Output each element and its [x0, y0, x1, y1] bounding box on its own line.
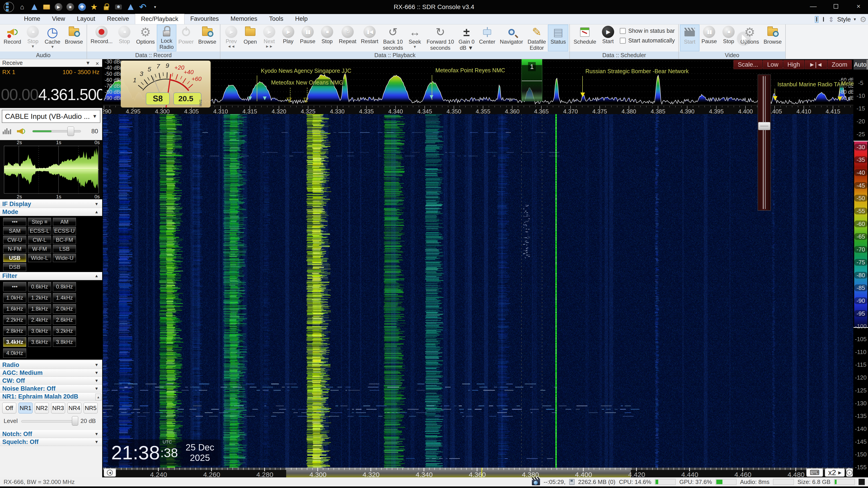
tab-receive[interactable]: Receive: [101, 14, 135, 24]
checkbox-start-automatically[interactable]: Start automatically: [620, 37, 675, 44]
tab-memories[interactable]: Memories: [225, 14, 264, 24]
ribbon-button-pause[interactable]: ▮▮Pause: [699, 25, 719, 51]
section-header-agc[interactable]: AGC: Medium▼: [0, 369, 102, 377]
volume-slider-handle[interactable]: [67, 127, 74, 136]
window-layout-icon[interactable]: [4, 2, 14, 12]
panel-menu-icon[interactable]: ▼: [86, 60, 90, 66]
ribbon-button-center[interactable]: Center: [477, 25, 498, 51]
level-slider-track[interactable]: [21, 420, 77, 422]
folder-icon[interactable]: [42, 3, 51, 11]
ribbon-button-lock-radio[interactable]: Lock Radio: [157, 25, 176, 51]
waterfall-contrast-slider[interactable]: [758, 74, 771, 210]
mode-button-ecss-u[interactable]: ECSS-U: [53, 227, 76, 235]
section-header-nr1[interactable]: NR1: Ephraim Malah 20dB▲: [0, 393, 102, 400]
maximize-button[interactable]: [831, 2, 841, 11]
zoom-factor-button[interactable]: x2▶: [825, 468, 845, 477]
ribbon-button-repeat[interactable]: ↻Repeat: [337, 25, 359, 51]
scale-upper-limit-line[interactable]: [854, 141, 868, 141]
nr-button-nr4[interactable]: NR4: [67, 402, 81, 414]
section-header-filter[interactable]: Filter▲: [0, 272, 102, 280]
spectrum-button-scale[interactable]: Scale...: [734, 60, 763, 69]
ribbon-button-stop[interactable]: ■Stop: [719, 25, 738, 51]
ribbon-button-power[interactable]: Power: [176, 25, 196, 51]
minimize-button[interactable]: —: [808, 2, 818, 11]
tab-view[interactable]: View: [46, 14, 71, 24]
ribbon-button-status[interactable]: ▤Status: [548, 25, 568, 51]
mode-button-dsb[interactable]: DSB: [3, 263, 26, 271]
mode-button-bc-fm[interactable]: BC-FM: [53, 236, 76, 244]
undo-icon[interactable]: ↶: [139, 3, 147, 11]
filter-button-0-8khz[interactable]: 0.8kHz: [53, 282, 76, 291]
ribbon-button-gain-0-db[interactable]: ±Gain 0 dB ▼: [456, 25, 477, 51]
section-header-radio[interactable]: Radio▼: [0, 361, 102, 369]
monitor-2-icon[interactable]: [822, 16, 825, 23]
section-collapse-icon[interactable]: ▲: [94, 210, 98, 215]
tab-favourites[interactable]: Favourites: [184, 14, 225, 24]
mode-button-wide-u[interactable]: Wide-U: [53, 254, 76, 262]
ribbon-button-schedule[interactable]: Schedule: [571, 25, 598, 51]
ribbon-button-browse[interactable]: Browse: [196, 25, 219, 51]
station-label-meteofax-new-orleans-nmg[interactable]: Meteofax New Orleans NMG: [270, 79, 345, 86]
mode-button-n-fm[interactable]: N-FM: [3, 245, 26, 253]
section-collapse-icon[interactable]: ▼: [94, 370, 98, 375]
mode-button-wide-l[interactable]: Wide-L: [28, 254, 51, 262]
ribbon-button-record[interactable]: Record: [1, 25, 23, 51]
ribbon-button-prev[interactable]: ▶Prev◄◄: [222, 25, 241, 51]
snapshot-icon[interactable]: [114, 3, 123, 11]
mode-button-lsb[interactable]: LSB: [53, 245, 76, 253]
nr-button-off[interactable]: Off: [2, 402, 16, 414]
filter-button-1-6khz[interactable]: 1.6kHz: [3, 304, 26, 314]
filter-button-3-0khz[interactable]: 3.0kHz: [28, 326, 51, 336]
speaker-icon[interactable]: [17, 128, 25, 134]
nr-button-nr1[interactable]: NR1: [19, 402, 33, 414]
section-header-cw[interactable]: CW: Off▼: [0, 377, 102, 385]
auto-scale-button[interactable]: Auto: [854, 60, 868, 70]
filter-button-2-2khz[interactable]: 2.2kHz: [3, 315, 26, 325]
mode-button-ecss-l[interactable]: ECSS-L: [28, 227, 51, 235]
filter-button-1-0khz[interactable]: 1.0kHz: [3, 293, 26, 302]
section-header-notch[interactable]: Notch: Off▼: [0, 430, 102, 438]
frequency-display[interactable]: RX 1 100 - 3500 Hz 00.004.361.500: [0, 67, 102, 108]
ribbon-button-browse[interactable]: Browse: [761, 25, 784, 51]
mode-button-cw-u[interactable]: CW-U: [3, 236, 26, 244]
users-icon[interactable]: [30, 3, 38, 11]
user-icon[interactable]: [127, 3, 135, 11]
stop-icon[interactable]: ■: [66, 3, 74, 11]
station-label-meteofax-point-reyes-nmc[interactable]: Meteofax Point Reyes NMC: [434, 67, 506, 74]
filter-button-2-6khz[interactable]: 2.6kHz: [53, 315, 76, 325]
monitor-1-icon[interactable]: [815, 16, 818, 23]
section-header-if-display[interactable]: IF Display▼: [0, 200, 102, 208]
audio-output-select[interactable]: CABLE Input (VB-Audio ... ▼: [2, 110, 100, 123]
tab-help[interactable]: Help: [289, 14, 313, 24]
ribbon-button-stop[interactable]: ■Stop: [318, 25, 337, 51]
ribbon-button-browse[interactable]: Browse: [63, 25, 85, 51]
level-slider-handle[interactable]: [72, 416, 78, 426]
panel-close-icon[interactable]: ×: [96, 60, 99, 67]
ribbon-button-back-10-seconds[interactable]: ↺Back 10 seconds: [381, 25, 405, 51]
filter-button-3-6khz[interactable]: 3.6kHz: [28, 337, 51, 347]
add-icon[interactable]: ✚: [78, 3, 86, 11]
waterfall-display[interactable]: [103, 114, 853, 468]
filter-button-2-0khz[interactable]: 2.0kHz: [53, 304, 76, 314]
section-collapse-icon[interactable]: ▼: [94, 386, 98, 391]
mode-button-sam[interactable]: SAM: [3, 227, 26, 235]
filter-button-1-4khz[interactable]: 1.4kHz: [53, 293, 76, 302]
section-collapse-icon[interactable]: ▼: [94, 379, 98, 383]
section-collapse-icon[interactable]: ▼: [94, 202, 98, 206]
home-icon[interactable]: ⌂: [18, 3, 26, 11]
spectrum-button-[interactable]: ►|◄: [805, 60, 827, 69]
ribbon-button-stop[interactable]: ■Stop▼: [23, 25, 42, 51]
ribbon-button-options[interactable]: ⚙Options: [134, 25, 157, 51]
tab-layout[interactable]: Layout: [71, 14, 101, 24]
filter-button-3-2khz[interactable]: 3.2kHz: [53, 326, 76, 336]
ribbon-button-forward-10-seconds[interactable]: ↻Forward 10 seconds: [424, 25, 456, 51]
station-label-istanbul-marine-radio-tah[interactable]: Istanbul Marine Radio TAH: [776, 81, 846, 88]
tab-rec-playback[interactable]: Rec/Playback: [135, 14, 184, 24]
filter-button-0-6khz[interactable]: 0.6kHz: [28, 282, 51, 291]
close-button[interactable]: ×: [854, 2, 864, 11]
waterfall-slider-handle[interactable]: [758, 122, 770, 130]
nr-button-nr2[interactable]: NR2: [35, 402, 49, 414]
collapse-ribbon-icon[interactable]: ⇕: [829, 15, 834, 24]
ribbon-button-restart[interactable]: ▮◀Restart: [359, 25, 380, 51]
frequency-navigator-bar[interactable]: 4.2404.2604.2804.3004.3204.3404.3604.380…: [103, 468, 853, 477]
